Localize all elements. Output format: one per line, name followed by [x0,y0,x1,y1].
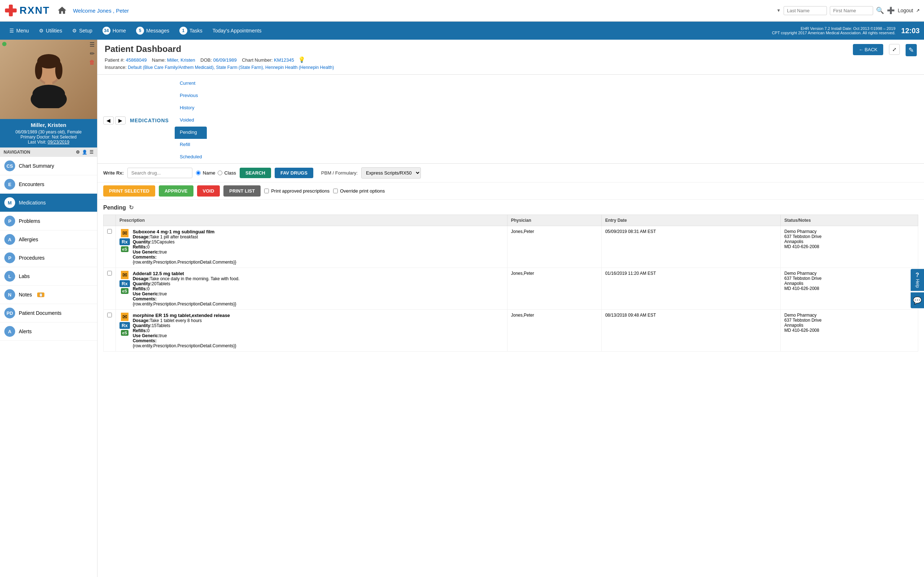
override-print-checkbox-label: Override print options [333,188,385,193]
write-rx-label: Write Rx: [103,170,124,176]
sidebar-item-n[interactable]: NNotes📋 [0,285,97,304]
nav-label-e: Encounters [19,181,44,187]
left-sidebar: ☰ ✏ 🗑 Miller, Kristen 06/09/1989 (30 yea… [0,40,97,577]
col-physician: Physician [507,215,601,226]
nav-home[interactable]: 34 Home [97,22,131,40]
tab-voided[interactable]: Voided [175,114,207,127]
nav-tasks[interactable]: 1 Tasks [174,22,208,40]
search-type-radio: Name Class [196,170,236,176]
table-row: ✉ Rx eS Adderall 12.5 mg tablet Dosage:T… [103,268,918,310]
photo-list-btn[interactable]: ☰ [89,41,95,48]
fav-drugs-button[interactable]: FAV DRUGS [275,168,313,178]
sidebar-item-pd[interactable]: PDPatient Documents [0,304,97,322]
add-button[interactable]: ➕ [887,6,895,15]
help-float-button[interactable]: ? Help [911,269,924,291]
logout-button[interactable]: Logout [898,8,913,13]
nav-appointments[interactable]: Today's Appointments [208,28,267,34]
system-clock: 12:03 [901,27,920,35]
pending-section: Pending ↻ Prescription Physician Entry D… [97,200,924,356]
prescription-details-1: Adderall 12.5 mg tablet Dosage:Take once… [133,271,240,306]
row-checkbox-2[interactable] [107,313,112,318]
nav-circle-al: A [4,326,15,337]
last-name-input[interactable] [783,6,827,15]
tab-scheduled[interactable]: Scheduled [175,151,207,163]
search-button[interactable]: 🔍 [876,6,884,15]
nav-arrows: ◀ ▶ [103,116,126,124]
print-list-button[interactable]: PRINT LIST [223,185,261,197]
patient-meta-line2: Insurance: Default (Blue Care Family/Ant… [105,64,334,70]
write-rx-row: Write Rx: Name Class SEARCH FAV DRUGS PB… [97,164,924,182]
pbm-select[interactable]: Express Scripts/RX50 [361,167,421,179]
sidebar-item-p1[interactable]: PProblems [0,212,97,230]
drug-search-input[interactable] [128,168,192,178]
tab-refill[interactable]: Refill [175,139,207,151]
approve-button[interactable]: APPROVE [159,185,194,197]
nav-menu[interactable]: ☰ Menu [4,22,34,40]
search-button[interactable]: SEARCH [240,168,271,178]
sidebar-item-p2[interactable]: PProcedures [0,249,97,267]
dashboard-header-left: Patient Dashboard Patient #: 45868049 Na… [105,44,334,71]
next-arrow-btn[interactable]: ▶ [115,116,126,124]
navigation-items: CSChart SummaryEEncountersMMedicationsPP… [0,157,97,341]
email-icon-0: ✉ [121,229,129,237]
esr-badge-1: eS [121,288,129,294]
first-name-input[interactable] [830,6,873,15]
prev-arrow-btn[interactable]: ◀ [103,116,114,124]
sidebar-item-a1[interactable]: AAllergies [0,230,97,249]
sidebar-item-e[interactable]: EEncounters [0,175,97,193]
nav-messages[interactable]: 5 Messages [131,22,174,40]
logo-area: RXNT [4,4,50,17]
col-status-notes: Status/Notes [780,215,918,226]
photo-edit-btn[interactable]: ✏ [89,50,95,57]
email-icon-2: ✉ [121,313,129,321]
notes-badge: 📋 [37,292,44,297]
hamburger-icon: ☰ [10,28,14,34]
sidebar-item-al[interactable]: AAlerts [0,322,97,341]
chat-float-button[interactable]: 💬 [911,292,924,308]
name-radio[interactable] [196,171,201,175]
prescriptions-table-body: ✉ Rx eS Suboxone 4 mg-1 mg sublingual fi… [103,226,918,351]
tab-pending[interactable]: Pending [175,127,207,139]
sidebar-item-m[interactable]: MMedications [0,193,97,212]
version-info: EHR Version 7.2 Install Date: Oct 2013 ©… [772,26,895,35]
edit-icon-btn[interactable]: ✎ [906,44,917,56]
prescription-cell-0: ✉ Rx eS Suboxone 4 mg-1 mg sublingual fi… [116,226,507,268]
void-button[interactable]: VOID [197,185,220,197]
rx-badge-2: Rx [120,322,130,329]
table-row: ✉ Rx eS morphine ER 15 mg tablet,extende… [103,310,918,351]
nav-utilities[interactable]: ⚙ Utilities [34,22,67,40]
tab-previous[interactable]: Previous [175,90,207,102]
nav-settings-icon[interactable]: ⚙ [76,150,80,155]
class-radio[interactable] [218,171,222,175]
nav-circle-e: E [4,179,15,190]
nav-list-icon[interactable]: ☰ [89,150,94,155]
nav-label-p2: Procedures [19,255,45,261]
refresh-icon[interactable]: ↻ [129,204,134,211]
print-approved-checkbox[interactable] [264,189,269,193]
home-nav-icon[interactable] [57,5,67,16]
nav-setup[interactable]: ⚙ Setup [67,22,97,40]
row-checkbox-0[interactable] [107,229,112,234]
nav-user-icon[interactable]: 👤 [82,150,87,155]
expand-button[interactable]: ⤢ [889,44,900,55]
override-print-checkbox[interactable] [333,189,338,193]
action-buttons-row: PRINT SELECTED APPROVE VOID PRINT LIST P… [97,182,924,200]
right-float-buttons: ? Help 💬 [911,269,924,308]
tasks-badge: 1 [179,27,187,35]
rx-badge-1: Rx [120,280,130,287]
print-selected-button[interactable]: PRINT SELECTED [103,185,155,197]
sidebar-item-cs[interactable]: CSChart Summary [0,157,97,175]
photo-delete-btn[interactable]: 🗑 [89,59,95,66]
back-button[interactable]: ← BACK [853,44,883,55]
sidebar-item-l[interactable]: LLabs [0,267,97,285]
print-approved-checkbox-label: Print approved prescriptions [264,188,330,193]
nav-circle-l: L [4,271,15,282]
nav-circle-p1: P [4,216,15,226]
tab-current[interactable]: Current [175,77,207,90]
row-checkbox-1[interactable] [107,271,112,276]
rx-badge-0: Rx [120,239,130,245]
tab-history[interactable]: History [175,102,207,114]
email-icon-1: ✉ [121,271,129,279]
header-search-area: ▼ 🔍 ➕ Logout ↗ [776,6,920,15]
nav-label-pd: Patient Documents [19,310,61,316]
